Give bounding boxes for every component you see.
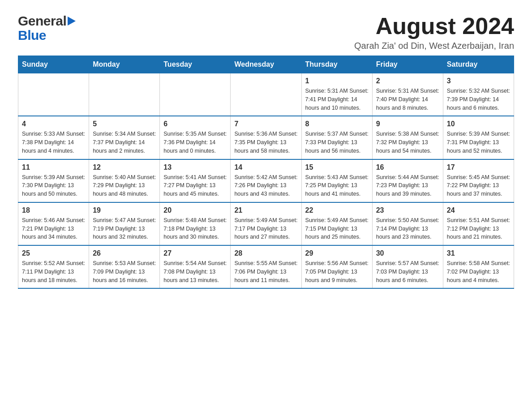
day-info: Sunrise: 5:51 AM Sunset: 7:12 PM Dayligh… — [447, 216, 510, 241]
day-number: 23 — [376, 206, 439, 214]
day-number: 31 — [447, 249, 510, 257]
day-cell: 6Sunrise: 5:35 AM Sunset: 7:36 PM Daylig… — [160, 116, 231, 159]
day-number: 12 — [93, 163, 156, 171]
day-cell — [160, 73, 231, 116]
header-day-thursday: Thursday — [301, 56, 372, 73]
logo: General Blue — [18, 13, 76, 43]
day-cell: 4Sunrise: 5:33 AM Sunset: 7:38 PM Daylig… — [18, 116, 89, 159]
day-cell: 5Sunrise: 5:34 AM Sunset: 7:37 PM Daylig… — [89, 116, 160, 159]
day-number: 3 — [447, 77, 510, 85]
logo-arrow-icon — [68, 17, 76, 26]
day-number: 5 — [93, 120, 156, 128]
day-cell: 19Sunrise: 5:47 AM Sunset: 7:19 PM Dayli… — [89, 202, 160, 245]
day-cell: 9Sunrise: 5:38 AM Sunset: 7:32 PM Daylig… — [372, 116, 443, 159]
day-number: 29 — [305, 249, 369, 257]
day-cell: 20Sunrise: 5:48 AM Sunset: 7:18 PM Dayli… — [160, 202, 231, 245]
day-cell: 7Sunrise: 5:36 AM Sunset: 7:35 PM Daylig… — [231, 116, 301, 159]
day-number: 1 — [305, 77, 369, 85]
day-number: 7 — [234, 120, 297, 128]
week-row-2: 4Sunrise: 5:33 AM Sunset: 7:38 PM Daylig… — [18, 116, 514, 159]
page-header: General Blue August 2024 Qarah Zia' od D… — [18, 13, 514, 51]
day-cell: 23Sunrise: 5:50 AM Sunset: 7:14 PM Dayli… — [372, 202, 443, 245]
day-number: 15 — [305, 163, 369, 171]
header-day-tuesday: Tuesday — [160, 56, 231, 73]
header-day-wednesday: Wednesday — [231, 56, 301, 73]
day-info: Sunrise: 5:57 AM Sunset: 7:03 PM Dayligh… — [376, 259, 439, 284]
day-cell: 31Sunrise: 5:58 AM Sunset: 7:02 PM Dayli… — [443, 245, 514, 288]
day-cell: 30Sunrise: 5:57 AM Sunset: 7:03 PM Dayli… — [372, 245, 443, 288]
day-number: 10 — [447, 120, 510, 128]
day-info: Sunrise: 5:43 AM Sunset: 7:25 PM Dayligh… — [305, 173, 369, 198]
day-cell: 28Sunrise: 5:55 AM Sunset: 7:06 PM Dayli… — [231, 245, 301, 288]
day-cell: 2Sunrise: 5:31 AM Sunset: 7:40 PM Daylig… — [372, 73, 443, 116]
day-number: 22 — [305, 206, 369, 214]
page-subtitle: Qarah Zia' od Din, West Azerbaijan, Iran — [354, 41, 514, 51]
day-info: Sunrise: 5:49 AM Sunset: 7:15 PM Dayligh… — [305, 216, 369, 241]
day-info: Sunrise: 5:45 AM Sunset: 7:22 PM Dayligh… — [447, 173, 510, 198]
header-day-saturday: Saturday — [443, 56, 514, 73]
day-cell: 24Sunrise: 5:51 AM Sunset: 7:12 PM Dayli… — [443, 202, 514, 245]
day-info: Sunrise: 5:32 AM Sunset: 7:39 PM Dayligh… — [447, 87, 510, 112]
day-info: Sunrise: 5:47 AM Sunset: 7:19 PM Dayligh… — [93, 216, 156, 241]
header-day-friday: Friday — [372, 56, 443, 73]
day-info: Sunrise: 5:33 AM Sunset: 7:38 PM Dayligh… — [22, 130, 85, 155]
day-cell: 27Sunrise: 5:54 AM Sunset: 7:08 PM Dayli… — [160, 245, 231, 288]
day-cell: 21Sunrise: 5:49 AM Sunset: 7:17 PM Dayli… — [231, 202, 301, 245]
day-number: 25 — [22, 249, 85, 257]
day-number: 6 — [163, 120, 227, 128]
calendar-body: 1Sunrise: 5:31 AM Sunset: 7:41 PM Daylig… — [18, 73, 514, 289]
day-info: Sunrise: 5:54 AM Sunset: 7:08 PM Dayligh… — [163, 259, 227, 284]
day-cell: 16Sunrise: 5:44 AM Sunset: 7:23 PM Dayli… — [372, 159, 443, 202]
day-number: 30 — [376, 249, 439, 257]
header-day-sunday: Sunday — [18, 56, 89, 73]
day-info: Sunrise: 5:39 AM Sunset: 7:31 PM Dayligh… — [447, 130, 510, 155]
day-cell: 14Sunrise: 5:42 AM Sunset: 7:26 PM Dayli… — [231, 159, 301, 202]
logo-blue: Blue — [18, 28, 46, 43]
day-cell: 10Sunrise: 5:39 AM Sunset: 7:31 PM Dayli… — [443, 116, 514, 159]
day-info: Sunrise: 5:44 AM Sunset: 7:23 PM Dayligh… — [376, 173, 439, 198]
day-info: Sunrise: 5:40 AM Sunset: 7:29 PM Dayligh… — [93, 173, 156, 198]
day-cell: 3Sunrise: 5:32 AM Sunset: 7:39 PM Daylig… — [443, 73, 514, 116]
header-day-monday: Monday — [89, 56, 160, 73]
day-cell: 17Sunrise: 5:45 AM Sunset: 7:22 PM Dayli… — [443, 159, 514, 202]
day-number: 14 — [234, 163, 297, 171]
day-cell: 8Sunrise: 5:37 AM Sunset: 7:33 PM Daylig… — [301, 116, 372, 159]
day-info: Sunrise: 5:39 AM Sunset: 7:30 PM Dayligh… — [22, 173, 85, 198]
day-info: Sunrise: 5:49 AM Sunset: 7:17 PM Dayligh… — [234, 216, 297, 241]
day-cell: 11Sunrise: 5:39 AM Sunset: 7:30 PM Dayli… — [18, 159, 89, 202]
week-row-4: 18Sunrise: 5:46 AM Sunset: 7:21 PM Dayli… — [18, 202, 514, 245]
day-number: 21 — [234, 206, 297, 214]
day-cell — [18, 73, 89, 116]
logo-general: General — [18, 13, 66, 29]
day-cell: 15Sunrise: 5:43 AM Sunset: 7:25 PM Dayli… — [301, 159, 372, 202]
day-number: 19 — [93, 206, 156, 214]
day-info: Sunrise: 5:35 AM Sunset: 7:36 PM Dayligh… — [163, 130, 227, 155]
week-row-5: 25Sunrise: 5:52 AM Sunset: 7:11 PM Dayli… — [18, 245, 514, 288]
day-number: 8 — [305, 120, 369, 128]
day-cell: 25Sunrise: 5:52 AM Sunset: 7:11 PM Dayli… — [18, 245, 89, 288]
day-info: Sunrise: 5:34 AM Sunset: 7:37 PM Dayligh… — [93, 130, 156, 155]
header-row: SundayMondayTuesdayWednesdayThursdayFrid… — [18, 56, 514, 73]
day-number: 11 — [22, 163, 85, 171]
calendar-header: SundayMondayTuesdayWednesdayThursdayFrid… — [18, 56, 514, 73]
day-info: Sunrise: 5:56 AM Sunset: 7:05 PM Dayligh… — [305, 259, 369, 284]
day-cell: 18Sunrise: 5:46 AM Sunset: 7:21 PM Dayli… — [18, 202, 89, 245]
day-number: 13 — [163, 163, 227, 171]
day-number: 18 — [22, 206, 85, 214]
day-info: Sunrise: 5:55 AM Sunset: 7:06 PM Dayligh… — [234, 259, 297, 284]
day-number: 26 — [93, 249, 156, 257]
day-info: Sunrise: 5:48 AM Sunset: 7:18 PM Dayligh… — [163, 216, 227, 241]
day-number: 4 — [22, 120, 85, 128]
day-cell — [89, 73, 160, 116]
day-cell: 1Sunrise: 5:31 AM Sunset: 7:41 PM Daylig… — [301, 73, 372, 116]
day-cell: 13Sunrise: 5:41 AM Sunset: 7:27 PM Dayli… — [160, 159, 231, 202]
day-info: Sunrise: 5:42 AM Sunset: 7:26 PM Dayligh… — [234, 173, 297, 198]
week-row-3: 11Sunrise: 5:39 AM Sunset: 7:30 PM Dayli… — [18, 159, 514, 202]
week-row-1: 1Sunrise: 5:31 AM Sunset: 7:41 PM Daylig… — [18, 73, 514, 116]
page-title: August 2024 — [354, 13, 514, 39]
day-info: Sunrise: 5:53 AM Sunset: 7:09 PM Dayligh… — [93, 259, 156, 284]
day-number: 27 — [163, 249, 227, 257]
day-info: Sunrise: 5:38 AM Sunset: 7:32 PM Dayligh… — [376, 130, 439, 155]
day-info: Sunrise: 5:52 AM Sunset: 7:11 PM Dayligh… — [22, 259, 85, 284]
day-info: Sunrise: 5:37 AM Sunset: 7:33 PM Dayligh… — [305, 130, 369, 155]
